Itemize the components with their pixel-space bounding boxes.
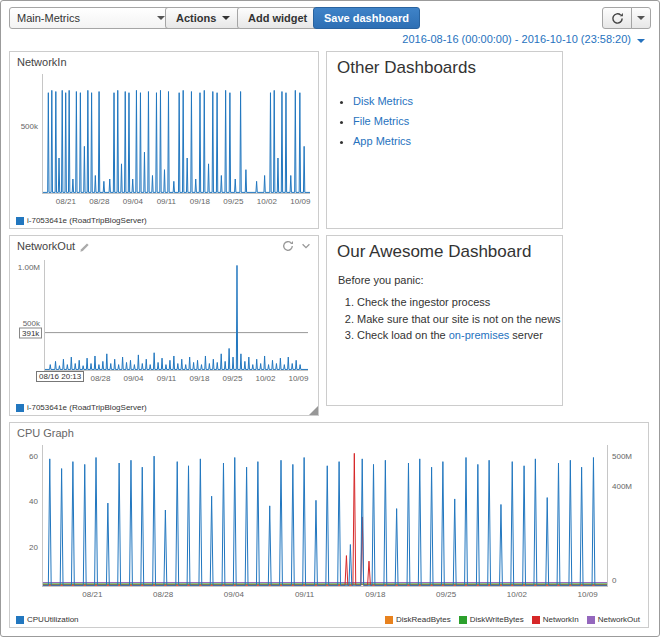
chart-legend[interactable]: i-7053641e (RoadTripBlogServer) <box>16 216 147 225</box>
refresh-options-button[interactable] <box>631 7 651 29</box>
edit-pencil-icon[interactable] <box>79 242 90 253</box>
axis-tick-label: 10/02 <box>255 374 275 383</box>
hover-tooltip: 08/16 20:13 <box>36 371 84 382</box>
legend-label: DiskReadBytes <box>396 615 451 624</box>
y-axis-left: 604020 <box>13 445 41 586</box>
legend-label: i-7053641e (RoadTripBlogServer) <box>27 403 147 412</box>
date-range-picker[interactable]: 2016-08-16 (00:00:00) - 2016-10-10 (23:5… <box>402 33 645 45</box>
list-item: File Metrics <box>353 112 562 132</box>
legend-label: i-7053641e (RoadTripBlogServer) <box>27 216 147 225</box>
list-item: Make sure that our site is not on the ne… <box>357 311 562 328</box>
y-axis-right: 500M400M0 <box>609 445 643 586</box>
widget-cpu-graph: CPU Graph 604020 500M400M0 08/2108/2809/… <box>9 422 649 628</box>
axis-tick-label: 09/25 <box>436 590 456 599</box>
axis-tick-label: 1.00M <box>18 262 40 271</box>
axis-tick-label: 09/04 <box>123 197 143 206</box>
widget-title: NetworkIn <box>17 56 67 68</box>
refresh-button-group <box>602 7 651 29</box>
legend-label: CPUUtilization <box>27 615 79 624</box>
axis-tick-label: 09/18 <box>190 197 210 206</box>
widget-header-icons <box>282 240 312 252</box>
legend-swatch <box>16 404 24 412</box>
checklist-item-text: Make sure that our site is not on the ne… <box>357 313 561 325</box>
axis-tick-label: 09/25 <box>222 374 242 383</box>
chevron-down-icon <box>222 16 230 20</box>
link-on-premises[interactable]: on-premises <box>449 329 510 341</box>
actions-button-label: Actions <box>176 12 216 24</box>
refresh-icon <box>611 12 624 25</box>
axis-tick-label: 08/28 <box>153 590 173 599</box>
widget-title: Other Dashboards <box>337 58 476 78</box>
y-axis: 1.00M500k <box>13 260 43 370</box>
widget-network-out: NetworkOut 1.00M500k 391k 08/16 20:13 08… <box>9 235 319 416</box>
dashboard-links-list: Disk Metrics File Metrics App Metrics <box>353 92 562 151</box>
legend-swatch <box>16 616 24 624</box>
legend-item[interactable]: NetworkIn <box>532 615 579 624</box>
chart-legend[interactable]: CPUUtilization <box>16 615 79 624</box>
axis-tick-label: 08/28 <box>89 197 109 206</box>
axis-tick-label: 08/28 <box>90 374 110 383</box>
add-widget-button[interactable]: Add widget <box>237 7 318 29</box>
network-in-chart[interactable]: 500k <box>42 74 310 194</box>
axis-tick-label: 10/02 <box>507 590 527 599</box>
axis-tick-label: 10/09 <box>290 197 310 206</box>
legend-item[interactable]: DiskReadBytes <box>385 615 451 624</box>
checklist: Check the ingestor process Make sure tha… <box>357 294 562 344</box>
crosshair-value-label: 391k <box>19 327 42 338</box>
legend-swatch <box>459 616 467 624</box>
axis-tick-label: 400M <box>612 481 632 490</box>
axis-tick-label: 09/18 <box>365 590 385 599</box>
legend-swatch <box>532 616 540 624</box>
widget-network-in: NetworkIn 500k 08/2108/2809/0409/1109/18… <box>9 51 319 229</box>
axis-tick-label: 08/21 <box>56 197 76 206</box>
legend-item[interactable]: DiskWriteBytes <box>459 615 524 624</box>
legend-label: NetworkIn <box>543 615 579 624</box>
link-app-metrics[interactable]: App Metrics <box>353 135 411 147</box>
dashboard-select-value: Main-Metrics <box>17 12 80 24</box>
link-file-metrics[interactable]: File Metrics <box>353 115 409 127</box>
legend-item[interactable]: NetworkOut <box>587 615 640 624</box>
axis-tick-label: 09/04 <box>224 590 244 599</box>
network-out-chart[interactable]: 1.00M500k 391k <box>44 260 308 371</box>
y-axis: 500k <box>13 74 41 193</box>
list-item: Disk Metrics <box>353 92 562 112</box>
refresh-button[interactable] <box>602 7 632 29</box>
save-dashboard-button[interactable]: Save dashboard <box>313 7 420 29</box>
legend-swatch <box>587 616 595 624</box>
dashboard-select[interactable]: Main-Metrics <box>9 7 173 29</box>
widget-title-label: NetworkOut <box>17 240 75 252</box>
widget-text-notes: Our Awesome Dashboard Before you panic: … <box>326 235 563 406</box>
widget-menu-chevron-icon[interactable] <box>300 240 312 252</box>
list-item: App Metrics <box>353 132 562 152</box>
legend-label: NetworkOut <box>598 615 640 624</box>
widget-title: NetworkOut <box>17 240 90 253</box>
checklist-item-text: Check load on the <box>357 329 449 341</box>
chevron-down-icon <box>157 16 165 20</box>
actions-button[interactable]: Actions <box>165 7 241 29</box>
checklist-item-text: server <box>509 329 543 341</box>
widget-title: Our Awesome Dashboard <box>337 242 531 262</box>
cloudwatch-dashboard-window: Main-Metrics Actions Add widget Save das… <box>0 0 660 637</box>
widget-refresh-icon[interactable] <box>282 240 294 252</box>
link-disk-metrics[interactable]: Disk Metrics <box>353 95 413 107</box>
checklist-item-text: Check the ingestor process <box>357 296 490 308</box>
axis-tick-label: 09/04 <box>123 374 143 383</box>
list-item: Check the ingestor process <box>357 294 562 311</box>
axis-tick-label: 09/11 <box>157 374 176 383</box>
axis-tick-label: 0 <box>612 576 616 585</box>
chart-legend-right[interactable]: DiskReadBytesDiskWriteBytesNetworkInNetw… <box>385 615 640 624</box>
text-intro: Before you panic: <box>338 274 424 286</box>
chart-legend[interactable]: i-7053641e (RoadTripBlogServer) <box>16 403 147 412</box>
axis-tick-label: 500M <box>612 452 632 461</box>
legend-swatch <box>16 217 24 225</box>
chevron-down-icon <box>637 16 645 20</box>
list-item: Check load on the on-premises server <box>357 327 562 344</box>
toolbar: Main-Metrics Actions Add widget Save das… <box>1 1 659 31</box>
legend-label: DiskWriteBytes <box>470 615 524 624</box>
widget-resize-handle[interactable] <box>309 406 318 415</box>
axis-tick-label: 40 <box>29 497 38 506</box>
date-range-label: 2016-08-16 (00:00:00) - 2016-10-10 (23:5… <box>402 33 631 45</box>
cpu-chart[interactable]: 604020 500M400M0 <box>42 445 608 587</box>
axis-tick-label: 08/21 <box>82 590 102 599</box>
x-axis: 08/2108/2809/0409/1109/1809/2510/0210/09 <box>42 589 608 601</box>
